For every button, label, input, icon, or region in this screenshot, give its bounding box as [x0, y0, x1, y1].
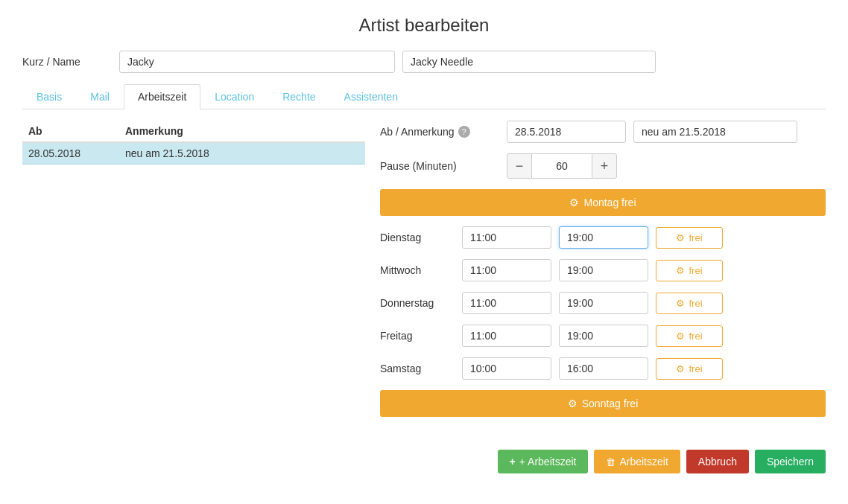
dienstag-start-input[interactable] — [462, 226, 551, 249]
ab-anmerkung-row: Ab / Anmerkung ? — [380, 121, 826, 143]
tab-mail[interactable]: Mail — [76, 84, 124, 109]
pause-controls: − 60 + — [507, 153, 617, 179]
mittwoch-label: Mittwoch — [380, 264, 455, 276]
samstag-frei-button[interactable]: frei — [656, 358, 723, 380]
tab-rechte[interactable]: Rechte — [268, 84, 329, 109]
donnerstag-frei-icon — [676, 298, 685, 309]
mittwoch-row: Mittwoch frei — [380, 259, 826, 281]
donnerstag-start-input[interactable] — [462, 292, 551, 314]
footer-buttons: + Arbeitszeit Arbeitszeit Abbruch Speich… — [22, 442, 826, 473]
dienstag-end-input[interactable] — [559, 226, 648, 249]
full-name-input[interactable] — [402, 51, 656, 73]
short-name-input[interactable] — [119, 51, 395, 73]
mittwoch-frei-button[interactable]: frei — [656, 260, 723, 281]
col-anm-header: Anmerkung — [125, 125, 359, 137]
freitag-frei-button[interactable]: frei — [656, 325, 723, 347]
delete-arbeitszeit-icon — [606, 456, 616, 468]
delete-arbeitszeit-button[interactable]: Arbeitszeit — [594, 450, 680, 473]
donnerstag-frei-button[interactable]: frei — [656, 293, 723, 314]
donnerstag-row: Donnerstag frei — [380, 292, 826, 314]
tab-location[interactable]: Location — [200, 84, 268, 109]
freitag-start-input[interactable] — [462, 325, 551, 347]
ab-date-input[interactable] — [507, 121, 626, 143]
donnerstag-end-input[interactable] — [559, 292, 648, 314]
freitag-frei-icon — [676, 331, 685, 342]
delete-arbeitszeit-label: Arbeitszeit — [619, 456, 668, 468]
dienstag-frei-button[interactable]: frei — [656, 227, 723, 249]
pause-plus-button[interactable]: + — [592, 153, 617, 179]
pause-label: Pause (Minuten) — [380, 160, 499, 172]
montag-gear-icon — [569, 197, 579, 208]
samstag-end-input[interactable] — [559, 357, 648, 380]
add-arbeitszeit-icon — [510, 456, 516, 468]
pause-value: 60 — [532, 153, 592, 179]
samstag-start-input[interactable] — [462, 357, 551, 380]
freitag-end-input[interactable] — [559, 325, 648, 347]
dienstag-frei-icon — [676, 232, 685, 243]
tabs-row: Basis Mail Arbeitszeit Location Rechte A… — [22, 84, 826, 109]
freitag-frei-label: frei — [689, 331, 702, 342]
table-row[interactable]: 28.05.2018 neu am 21.5.2018 — [22, 143, 365, 165]
table-header: Ab Anmerkung — [22, 121, 365, 143]
montag-banner[interactable]: Montag frei — [380, 189, 826, 216]
dienstag-label: Dienstag — [380, 232, 455, 243]
name-row: Kurz / Name — [22, 51, 826, 73]
tab-arbeitszeit[interactable]: Arbeitszeit — [124, 84, 200, 109]
ab-note-input[interactable] — [633, 121, 797, 143]
mittwoch-frei-icon — [676, 265, 685, 276]
dienstag-row: Dienstag frei — [380, 226, 826, 249]
donnerstag-frei-label: frei — [689, 298, 702, 309]
cell-ab: 28.05.2018 — [28, 147, 125, 159]
page-title: Artist bearbeiten — [22, 15, 826, 36]
freitag-label: Freitag — [380, 330, 455, 342]
samstag-label: Samstag — [380, 363, 455, 374]
montag-banner-label: Montag frei — [583, 197, 636, 208]
dienstag-frei-label: frei — [689, 232, 702, 243]
tab-assistenten[interactable]: Assistenten — [330, 84, 412, 109]
pause-row: Pause (Minuten) − 60 + — [380, 153, 826, 179]
ab-label: Ab / Anmerkung ? — [380, 126, 499, 138]
cell-anm: neu am 21.5.2018 — [125, 147, 359, 159]
samstag-row: Samstag frei — [380, 357, 826, 380]
freitag-row: Freitag frei — [380, 325, 826, 347]
abbruch-label: Abbruch — [698, 456, 737, 468]
add-arbeitszeit-button[interactable]: + Arbeitszeit — [498, 450, 589, 473]
samstag-frei-icon — [676, 363, 685, 374]
speichern-label: Speichern — [767, 456, 814, 468]
left-panel: Ab Anmerkung 28.05.2018 neu am 21.5.2018 — [22, 121, 365, 427]
sonntag-gear-icon — [568, 398, 578, 409]
mittwoch-frei-label: frei — [689, 265, 702, 276]
samstag-frei-label: frei — [689, 363, 702, 374]
abbruch-button[interactable]: Abbruch — [686, 450, 749, 473]
speichern-button[interactable]: Speichern — [755, 450, 826, 473]
mittwoch-end-input[interactable] — [559, 259, 648, 281]
name-label: Kurz / Name — [22, 56, 112, 68]
mittwoch-start-input[interactable] — [462, 259, 551, 281]
add-arbeitszeit-label: + Arbeitszeit — [519, 456, 577, 468]
tab-basis[interactable]: Basis — [22, 84, 76, 109]
help-icon[interactable]: ? — [458, 126, 470, 138]
donnerstag-label: Donnerstag — [380, 297, 455, 309]
sonntag-banner[interactable]: Sonntag frei — [380, 390, 826, 417]
sonntag-banner-label: Sonntag frei — [582, 398, 639, 409]
col-ab-header: Ab — [28, 125, 125, 137]
pause-minus-button[interactable]: − — [507, 153, 532, 179]
main-content: Ab Anmerkung 28.05.2018 neu am 21.5.2018… — [22, 121, 826, 427]
right-panel: Ab / Anmerkung ? Pause (Minuten) − 60 + … — [380, 121, 826, 427]
